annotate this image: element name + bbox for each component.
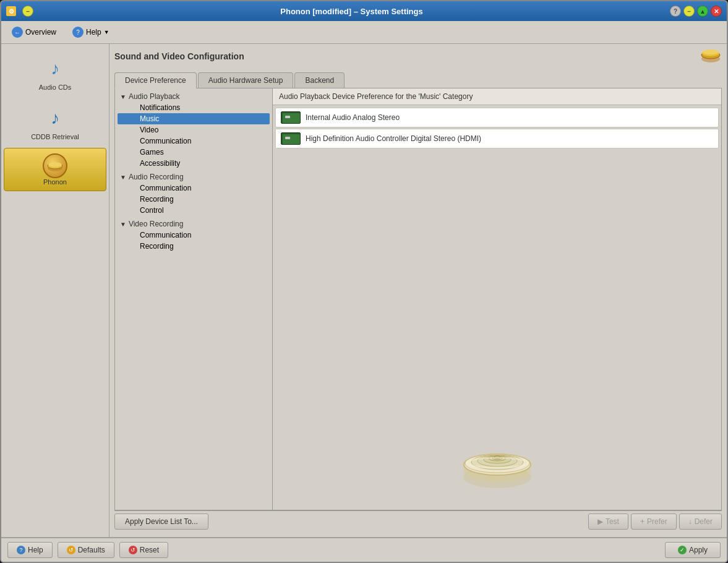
tab-audio-hardware-setup[interactable]: Audio Hardware Setup bbox=[198, 72, 294, 88]
tree-audio-playback[interactable]: ▼ Audio Playback bbox=[118, 91, 270, 102]
window-icon: ⚙ bbox=[6, 6, 16, 16]
device-item-hdmi[interactable]: High Definition Audio Controller Digital… bbox=[275, 129, 719, 148]
device-icon-internal bbox=[281, 111, 301, 124]
tree-games-label: Games bbox=[140, 148, 164, 157]
sidebar-item-audio-cds-label: Audio CDs bbox=[39, 84, 72, 91]
apply-icon: ✓ bbox=[678, 546, 687, 554]
content-top: Sound and Video Configuration bbox=[114, 49, 722, 69]
svg-point-11 bbox=[295, 119, 298, 122]
svg-rect-9 bbox=[284, 115, 290, 117]
window-title: Phonon [modified] – System Settings bbox=[33, 7, 670, 16]
help-footer-button[interactable]: ? Help bbox=[7, 542, 53, 558]
tree-audio-recording[interactable]: ▼ Audio Recording bbox=[118, 171, 270, 183]
device-panel: Audio Playback Device Preference for the… bbox=[273, 88, 721, 510]
tab-device-preference[interactable]: Device Preference bbox=[114, 72, 197, 88]
overview-button[interactable]: ← Overview bbox=[6, 24, 62, 41]
tree-recording-video[interactable]: Recording bbox=[118, 241, 270, 252]
sidebar-item-phonon[interactable]: Phonon bbox=[4, 148, 106, 191]
phonon-icon bbox=[43, 153, 67, 178]
tree-arrow-recording: ▼ bbox=[120, 174, 126, 181]
help-button-title[interactable]: ? bbox=[670, 6, 681, 17]
minimize-button[interactable]: – bbox=[683, 6, 695, 17]
title-bar-controls: ? – ▲ ✕ bbox=[670, 6, 722, 17]
test-icon: ▶ bbox=[597, 517, 603, 526]
svg-rect-15 bbox=[291, 136, 295, 138]
device-internal-label: Internal Audio Analog Stereo bbox=[306, 113, 400, 122]
tree-communication-recording[interactable]: Communication bbox=[118, 183, 270, 194]
svg-point-2 bbox=[48, 162, 62, 167]
tree-notifications[interactable]: Notifications bbox=[118, 102, 270, 113]
audio-cds-icon: ♪ bbox=[40, 54, 70, 84]
sidebar: ♪ Audio CDs ♪ CDDB Retrieval Phonon bbox=[1, 44, 109, 537]
tree-accessibility[interactable]: Accessibility bbox=[118, 158, 270, 169]
defer-icon: ↓ bbox=[688, 517, 692, 526]
tree-recording-label: Recording bbox=[140, 195, 174, 204]
tree-accessibility-label: Accessibility bbox=[140, 159, 180, 168]
tree-audio-recording-label: Audio Recording bbox=[129, 173, 184, 181]
tree-music[interactable]: Music bbox=[118, 113, 270, 124]
svg-rect-14 bbox=[284, 136, 290, 138]
section-header: Sound and Video Configuration bbox=[114, 49, 244, 64]
tree-music-label: Music bbox=[140, 114, 159, 123]
help-label: Help bbox=[86, 28, 101, 37]
defaults-icon: ↺ bbox=[67, 546, 75, 554]
tree-recording-video-label: Recording bbox=[140, 242, 174, 251]
tree-games[interactable]: Games bbox=[118, 147, 270, 158]
speaker-illustration bbox=[457, 415, 537, 497]
sidebar-item-cddb-label: CDDB Retrieval bbox=[31, 133, 79, 140]
sidebar-item-cddb[interactable]: ♪ CDDB Retrieval bbox=[4, 98, 106, 145]
maximize-button[interactable]: ▲ bbox=[697, 6, 708, 17]
tree-arrow-video-recording: ▼ bbox=[120, 221, 126, 228]
tree-communication-recording-label: Communication bbox=[140, 184, 191, 192]
tree-video-recording[interactable]: ▼ Video Recording bbox=[118, 218, 270, 230]
tree-panel: ▼ Audio Playback Notifications Music Vid… bbox=[115, 88, 273, 510]
phonon-logo bbox=[700, 44, 722, 68]
reset-label: Reset bbox=[140, 546, 159, 554]
tree-video[interactable]: Video bbox=[118, 124, 270, 135]
main-content: ♪ Audio CDs ♪ CDDB Retrieval Phonon bbox=[1, 44, 727, 537]
tabs: Device Preference Audio Hardware Setup B… bbox=[114, 72, 722, 88]
apply-device-list-button[interactable]: Apply Device List To... bbox=[114, 514, 208, 530]
title-bar: ⚙ – Phonon [modified] – System Settings … bbox=[1, 1, 727, 21]
sidebar-item-audio-cds[interactable]: ♪ Audio CDs bbox=[4, 49, 106, 96]
tab-backend[interactable]: Backend bbox=[294, 72, 345, 88]
test-button[interactable]: ▶ Test bbox=[588, 514, 628, 530]
device-item-internal[interactable]: Internal Audio Analog Stereo bbox=[275, 108, 719, 127]
bottom-bar-right: ▶ Test + Prefer ↓ Defer bbox=[588, 514, 722, 530]
svg-rect-8 bbox=[283, 113, 300, 123]
toolbar: ← Overview ? Help ▼ bbox=[1, 21, 727, 44]
tree-recording[interactable]: Recording bbox=[118, 194, 270, 205]
tree-communication-video-label: Communication bbox=[140, 231, 191, 239]
footer-left: ? Help ↺ Defaults ↺ Reset bbox=[7, 542, 665, 558]
help-footer-icon: ? bbox=[17, 546, 25, 554]
tab-content: ▼ Audio Playback Notifications Music Vid… bbox=[114, 88, 722, 510]
help-button-toolbar[interactable]: ? Help ▼ bbox=[67, 24, 115, 41]
reset-button[interactable]: ↺ Reset bbox=[119, 542, 168, 558]
tree-video-label: Video bbox=[140, 126, 158, 134]
tree-control-label: Control bbox=[140, 206, 164, 215]
tree-communication-playback[interactable]: Communication bbox=[118, 135, 270, 147]
device-icon-hdmi bbox=[281, 132, 301, 145]
bottom-bar-left: Apply Device List To... bbox=[114, 514, 588, 530]
tree-communication-video[interactable]: Communication bbox=[118, 230, 270, 241]
svg-rect-13 bbox=[283, 134, 300, 144]
prefer-icon: + bbox=[640, 517, 644, 526]
close-button[interactable]: ✕ bbox=[711, 6, 722, 17]
prefer-button[interactable]: + Prefer bbox=[631, 514, 677, 530]
defaults-label: Defaults bbox=[78, 546, 105, 554]
svg-rect-10 bbox=[291, 115, 295, 117]
defaults-button[interactable]: ↺ Defaults bbox=[58, 542, 114, 558]
tree-notifications-label: Notifications bbox=[140, 103, 180, 112]
tree-control[interactable]: Control bbox=[118, 205, 270, 216]
svg-point-6 bbox=[703, 49, 719, 54]
defer-button[interactable]: ↓ Defer bbox=[679, 514, 722, 530]
tree-arrow-playback: ▼ bbox=[120, 93, 126, 100]
window-minimize[interactable]: – bbox=[22, 6, 33, 17]
svg-point-16 bbox=[295, 140, 298, 143]
footer-right: ✓ Apply bbox=[665, 542, 721, 558]
apply-button[interactable]: ✓ Apply bbox=[665, 542, 721, 558]
tree-audio-playback-label: Audio Playback bbox=[129, 92, 180, 101]
overview-label: Overview bbox=[25, 28, 56, 37]
footer: ? Help ↺ Defaults ↺ Reset ✓ Apply bbox=[1, 537, 727, 562]
sidebar-item-phonon-label: Phonon bbox=[43, 178, 67, 186]
